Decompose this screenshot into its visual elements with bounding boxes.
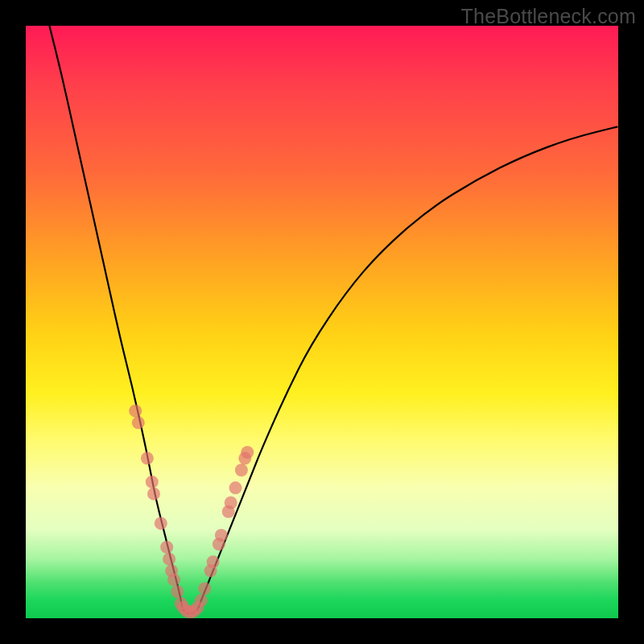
- data-marker: [167, 573, 180, 586]
- data-marker: [163, 552, 175, 565]
- watermark-text: TheBottleneck.com: [461, 5, 636, 28]
- curve-layer: [26, 26, 618, 618]
- plot-area: [26, 26, 618, 618]
- data-marker: [141, 452, 154, 464]
- chart-frame: TheBottleneck.com: [0, 0, 644, 644]
- data-marker: [207, 555, 220, 568]
- data-marker: [215, 529, 228, 542]
- data-marker: [129, 404, 142, 417]
- data-marker: [195, 594, 208, 607]
- data-marker: [225, 497, 237, 510]
- data-marker: [241, 446, 254, 459]
- data-marker: [132, 416, 145, 429]
- data-marker: [160, 541, 173, 554]
- data-marker: [229, 481, 242, 494]
- data-marker: [146, 476, 159, 489]
- data-marker: [147, 487, 160, 500]
- data-marker: [235, 464, 248, 477]
- data-marker: [155, 517, 167, 530]
- marker-group: [129, 404, 254, 618]
- data-marker: [171, 585, 184, 598]
- curve-right-branch: [197, 126, 618, 609]
- data-marker: [198, 582, 211, 595]
